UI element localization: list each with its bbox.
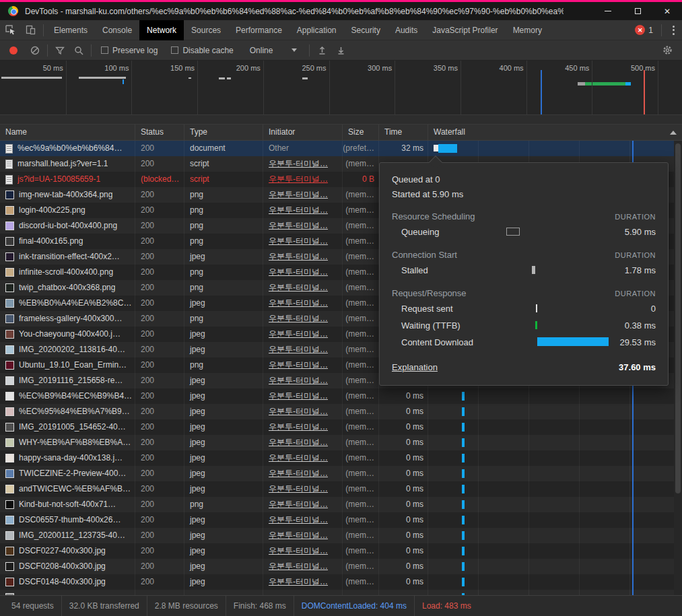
- initiator-link[interactable]: 우분투-터미널…: [269, 190, 328, 199]
- waterfall-cell[interactable]: [428, 497, 682, 512]
- request-row[interactable]: [0, 590, 682, 595]
- column-header-status[interactable]: Status: [135, 125, 184, 141]
- clear-button[interactable]: [26, 41, 44, 60]
- tab-console[interactable]: Console: [95, 20, 139, 40]
- export-har-button[interactable]: [331, 41, 350, 60]
- tab-application[interactable]: Application: [289, 20, 344, 40]
- initiator-link[interactable]: 우분투-터미널…: [269, 422, 328, 432]
- preserve-log-checkbox[interactable]: [101, 46, 108, 54]
- disable-cache-toggle[interactable]: Disable cache: [171, 46, 233, 55]
- inspect-element-button[interactable]: [0, 20, 20, 40]
- waterfall-cell[interactable]: [428, 388, 682, 404]
- initiator-link[interactable]: 우분투-터미널…: [269, 252, 328, 261]
- preserve-log-toggle[interactable]: Preserve log: [101, 46, 158, 55]
- initiator-link[interactable]: 우분투-터미널…: [269, 236, 328, 246]
- request-row[interactable]: %ec%9a%b0%eb%b6%84…200documentOther(pref…: [0, 141, 682, 156]
- explanation-link[interactable]: Explanation: [392, 360, 438, 375]
- waterfall-cell[interactable]: [428, 512, 682, 528]
- initiator-link[interactable]: 우분투-터미널…: [269, 453, 328, 463]
- initiator-link[interactable]: 우분투-터미널…: [269, 314, 328, 323]
- tab-javascript-profiler[interactable]: JavaScript Profiler: [425, 20, 505, 40]
- initiator-link[interactable]: 우분투-터미널…: [269, 360, 328, 370]
- request-row[interactable]: happy-sana-day-400x138.j…200jpeg우분투-터미널……: [0, 450, 682, 466]
- column-header-time[interactable]: Time: [378, 125, 428, 141]
- device-toolbar-button[interactable]: [20, 20, 40, 40]
- network-overview-pane[interactable]: 50 ms100 ms150 ms200 ms250 ms300 ms350 m…: [0, 61, 682, 125]
- waterfall-cell[interactable]: [428, 543, 682, 559]
- record-button[interactable]: [9, 46, 18, 55]
- initiator-link[interactable]: 우분투-터미널…: [269, 376, 328, 385]
- column-header-initiator[interactable]: Initiator: [263, 125, 342, 141]
- initiator-link[interactable]: 우분투-터미널…: [269, 577, 328, 586]
- request-row[interactable]: TWICEZINE-2-Preview-400…200jpeg우분투-터미널…(…: [0, 466, 682, 481]
- request-row[interactable]: DSCF0208-400x300.jpg200jpeg우분투-터미널…(mem……: [0, 559, 682, 574]
- console-error-badge[interactable]: ✕ 1: [629, 25, 658, 35]
- request-row[interactable]: Kind-but-not-soft-400x71…200png우분투-터미널…(…: [0, 497, 682, 512]
- column-header-name[interactable]: Name: [0, 125, 135, 141]
- waterfall-cell[interactable]: [428, 141, 682, 156]
- waterfall-cell[interactable]: [428, 481, 682, 497]
- initiator-link[interactable]: 우분투-터미널…: [269, 298, 328, 308]
- waterfall-cell[interactable]: [428, 559, 682, 574]
- waterfall-cell[interactable]: [428, 419, 682, 435]
- initiator-link[interactable]: 우분투-터미널…: [269, 391, 328, 401]
- initiator-link[interactable]: 우분투-터미널…: [269, 407, 328, 416]
- initiator-link[interactable]: 우분투-터미널…: [269, 531, 328, 540]
- column-header-size[interactable]: Size: [342, 125, 378, 141]
- minimize-button[interactable]: [593, 2, 623, 20]
- tab-audits[interactable]: Audits: [388, 20, 425, 40]
- filter-button[interactable]: [50, 41, 69, 60]
- request-row[interactable]: DSCF0148-400x300.jpg200jpeg우분투-터미널…(mem……: [0, 574, 682, 590]
- initiator-link[interactable]: 우분투-터미널…: [269, 546, 328, 555]
- initiator-link[interactable]: 우분투-터미널…: [269, 174, 328, 184]
- waterfall-cell[interactable]: [428, 450, 682, 466]
- waterfall-cell[interactable]: [428, 404, 682, 419]
- request-row[interactable]: %EC%B9%B4%EC%B9%B4…200jpeg우분투-터미널…(mem…0…: [0, 388, 682, 404]
- tab-elements[interactable]: Elements: [46, 20, 95, 40]
- initiator-link[interactable]: 우분투-터미널…: [269, 329, 328, 339]
- initiator-link[interactable]: 우분투-터미널…: [269, 438, 328, 447]
- timing-row-request-sent: Request sent0: [392, 300, 656, 317]
- initiator-link[interactable]: 우분투-터미널…: [269, 561, 328, 571]
- waterfall-cell[interactable]: [428, 435, 682, 450]
- throttling-select[interactable]: Online: [250, 46, 298, 55]
- request-row[interactable]: %EC%95%84%EB%A7%B9…200jpeg우분투-터미널…(mem…0…: [0, 404, 682, 419]
- devtools-menu-button[interactable]: [664, 20, 682, 40]
- request-row[interactable]: DSCF0227-400x300.jpg200jpeg우분투-터미널…(mem……: [0, 543, 682, 559]
- initiator-link[interactable]: 우분투-터미널…: [269, 221, 328, 230]
- waterfall-cell[interactable]: [428, 590, 682, 595]
- initiator-link[interactable]: 우분투-터미널…: [269, 469, 328, 478]
- waterfall-cell[interactable]: [428, 466, 682, 481]
- column-header-type[interactable]: Type: [184, 125, 263, 141]
- initiator-link[interactable]: 우분투-터미널…: [269, 267, 328, 277]
- tab-sources[interactable]: Sources: [184, 20, 228, 40]
- vertical-scrollbar[interactable]: [674, 141, 682, 595]
- waterfall-tick: [462, 423, 465, 432]
- search-button[interactable]: [69, 41, 88, 60]
- import-har-button[interactable]: [312, 41, 331, 60]
- initiator-link[interactable]: 우분투-터미널…: [269, 345, 328, 354]
- initiator-link[interactable]: 우분투-터미널…: [269, 205, 328, 215]
- initiator-link[interactable]: 우분투-터미널…: [269, 159, 328, 168]
- maximize-button[interactable]: [623, 2, 652, 20]
- initiator-link[interactable]: 우분투-터미널…: [269, 484, 328, 493]
- settings-button[interactable]: [658, 41, 677, 60]
- column-header-waterfall[interactable]: Waterfall: [428, 125, 682, 141]
- waterfall-cell[interactable]: [428, 574, 682, 590]
- request-row[interactable]: andTWICEWC-%EB%AF%B…200jpeg우분투-터미널…(mem……: [0, 481, 682, 497]
- initiator-link[interactable]: 우분투-터미널…: [269, 283, 328, 292]
- request-row[interactable]: WHY-%EB%AF%B8%EB%A…200jpeg우분투-터미널…(mem…0…: [0, 435, 682, 450]
- tab-performance[interactable]: Performance: [228, 20, 289, 40]
- request-row[interactable]: IMG_20191005_154652-40…200jpeg우분투-터미널…(m…: [0, 419, 682, 435]
- tab-security[interactable]: Security: [344, 20, 388, 40]
- disable-cache-checkbox[interactable]: [171, 46, 178, 54]
- initiator-link[interactable]: 우분투-터미널…: [269, 500, 328, 509]
- tab-memory[interactable]: Memory: [506, 20, 549, 40]
- initiator-link[interactable]: 우분투-터미널…: [269, 515, 328, 524]
- close-button[interactable]: ✕: [652, 2, 682, 20]
- request-row[interactable]: IMG_20200112_123735-40…200jpeg우분투-터미널…(m…: [0, 528, 682, 543]
- request-row[interactable]: DSC06557-thumb-400x26…200jpeg우분투-터미널…(me…: [0, 512, 682, 528]
- scrollbar-thumb[interactable]: [675, 143, 681, 493]
- waterfall-cell[interactable]: [428, 528, 682, 543]
- tab-network[interactable]: Network: [139, 20, 184, 40]
